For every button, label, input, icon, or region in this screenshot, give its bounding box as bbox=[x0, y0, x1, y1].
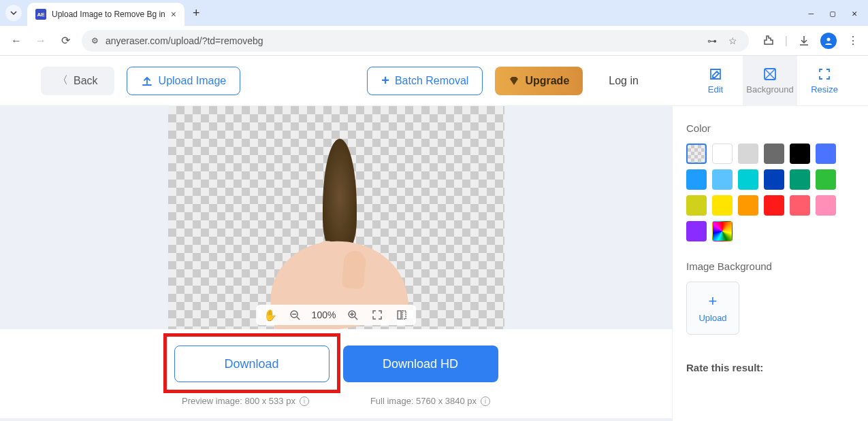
info-icon[interactable]: i bbox=[481, 397, 490, 406]
upgrade-label: Upgrade bbox=[525, 75, 569, 87]
browser-tab[interactable]: AE Upload Image to Remove Bg in × bbox=[27, 3, 184, 26]
cutout-subject bbox=[268, 139, 404, 329]
resize-icon bbox=[817, 67, 832, 82]
color-heading: Color bbox=[686, 122, 854, 134]
extensions-icon[interactable] bbox=[762, 34, 775, 48]
zoom-out-icon[interactable] bbox=[287, 307, 302, 322]
diamond-icon bbox=[509, 75, 519, 86]
tab-search-dropdown[interactable] bbox=[5, 5, 22, 21]
tab-close-icon[interactable]: × bbox=[171, 9, 176, 20]
color-swatch[interactable] bbox=[712, 169, 733, 190]
window-controls: — ▢ ✕ bbox=[809, 8, 863, 18]
info-icon[interactable]: i bbox=[300, 397, 309, 406]
color-swatch[interactable] bbox=[738, 169, 758, 190]
fullscreen-icon[interactable] bbox=[370, 307, 385, 322]
upload-bg-tile[interactable]: + Upload bbox=[686, 282, 739, 335]
color-swatch[interactable] bbox=[816, 195, 836, 216]
canvas-wrap: ✋ 100% bbox=[168, 106, 504, 329]
profile-avatar-icon[interactable] bbox=[820, 33, 837, 49]
color-swatch[interactable] bbox=[790, 195, 810, 216]
login-link[interactable]: Log in bbox=[609, 75, 639, 87]
color-swatch[interactable] bbox=[790, 169, 810, 190]
close-window-icon[interactable]: ✕ bbox=[852, 8, 857, 18]
main-area: ✋ 100% bbox=[0, 106, 868, 421]
full-size-label: Full image: 5760 x 3840 px i bbox=[370, 396, 490, 406]
tool-edit[interactable]: Edit bbox=[688, 56, 743, 106]
color-swatch[interactable] bbox=[738, 144, 758, 164]
header-tools: Edit Background Resize bbox=[688, 56, 852, 106]
back-label: Back bbox=[74, 75, 98, 87]
plus-icon: + bbox=[381, 73, 389, 88]
tool-resize-label: Resize bbox=[811, 84, 838, 95]
tool-background-label: Background bbox=[746, 84, 793, 95]
back-button[interactable]: 〈 Back bbox=[41, 67, 114, 95]
color-swatch[interactable] bbox=[712, 144, 733, 164]
download-label: Download bbox=[224, 357, 278, 371]
image-canvas[interactable]: ✋ 100% bbox=[168, 106, 504, 329]
batch-removal-button[interactable]: + Batch Removal bbox=[367, 67, 483, 95]
batch-removal-label: Batch Removal bbox=[395, 75, 469, 87]
chrome-menu-icon[interactable]: ⋮ bbox=[846, 34, 860, 48]
svg-point-0 bbox=[827, 37, 831, 41]
nav-reload-icon[interactable]: ⟳ bbox=[57, 33, 74, 49]
chevron-left-icon: 〈 bbox=[57, 73, 68, 88]
url-input[interactable]: ⚙ anyeraser.com/upload/?td=removebg ⊶ ☆ bbox=[82, 30, 749, 52]
preview-size-label: Preview image: 800 x 533 px i bbox=[182, 396, 309, 406]
download-row: Download Download HD Preview image: 800 … bbox=[0, 329, 672, 418]
edit-icon bbox=[708, 67, 723, 82]
color-swatch[interactable] bbox=[816, 169, 836, 190]
downloads-icon[interactable] bbox=[797, 34, 811, 48]
color-swatch[interactable] bbox=[738, 195, 758, 216]
browser-tab-strip: AE Upload Image to Remove Bg in × + — ▢ … bbox=[0, 0, 868, 26]
color-swatches bbox=[686, 144, 854, 241]
rate-heading: Rate this result: bbox=[686, 362, 854, 373]
color-swatch[interactable] bbox=[712, 195, 733, 216]
side-panel: Color Image Background + Upload Rate thi… bbox=[672, 106, 868, 421]
tool-background[interactable]: Background bbox=[743, 56, 797, 106]
color-swatch[interactable] bbox=[686, 195, 707, 216]
minimize-icon[interactable]: — bbox=[809, 8, 814, 18]
pan-hand-icon[interactable]: ✋ bbox=[263, 307, 278, 322]
pinecone-shape bbox=[323, 139, 357, 254]
svg-rect-5 bbox=[402, 311, 406, 319]
new-tab-button[interactable]: + bbox=[193, 6, 200, 20]
background-icon bbox=[762, 67, 777, 82]
url-text: anyeraser.com/upload/?td=removebg bbox=[106, 35, 698, 46]
download-hd-label: Download HD bbox=[383, 357, 458, 371]
canvas-toolbar: ✋ 100% bbox=[256, 305, 417, 325]
color-swatch[interactable] bbox=[764, 144, 784, 164]
tool-resize[interactable]: Resize bbox=[797, 56, 852, 106]
upload-image-label: Upload Image bbox=[159, 75, 227, 87]
color-swatch[interactable] bbox=[686, 169, 707, 190]
upload-image-button[interactable]: Upload Image bbox=[127, 67, 241, 95]
tool-edit-label: Edit bbox=[708, 84, 723, 95]
upload-icon bbox=[141, 75, 153, 87]
color-swatch[interactable] bbox=[712, 221, 733, 241]
color-swatch[interactable] bbox=[790, 144, 810, 164]
download-hd-button[interactable]: Download HD bbox=[343, 346, 498, 382]
key-icon[interactable]: ⊶ bbox=[705, 34, 719, 48]
app-header: 〈 Back Upload Image + Batch Removal Upgr… bbox=[0, 56, 868, 106]
color-swatch[interactable] bbox=[764, 195, 784, 216]
tab-title: Upload Image to Remove Bg in bbox=[52, 10, 165, 19]
zoom-level: 100% bbox=[312, 309, 336, 320]
nav-forward-icon: → bbox=[33, 33, 49, 49]
canvas-column: ✋ 100% bbox=[0, 106, 672, 421]
compare-icon[interactable] bbox=[394, 307, 409, 322]
plus-icon: + bbox=[709, 294, 718, 309]
color-swatch[interactable] bbox=[816, 144, 836, 164]
svg-rect-4 bbox=[398, 311, 401, 319]
nav-back-icon[interactable]: ← bbox=[8, 33, 25, 49]
color-swatch[interactable] bbox=[686, 144, 707, 164]
color-swatch[interactable] bbox=[686, 221, 707, 241]
maximize-icon[interactable]: ▢ bbox=[830, 8, 835, 18]
site-info-icon[interactable]: ⚙ bbox=[91, 36, 99, 46]
color-swatch[interactable] bbox=[764, 169, 784, 190]
bookmark-star-icon[interactable]: ☆ bbox=[726, 34, 739, 48]
finger-shape bbox=[341, 250, 366, 290]
upgrade-button[interactable]: Upgrade bbox=[495, 67, 583, 95]
tab-favicon: AE bbox=[35, 9, 46, 20]
zoom-in-icon[interactable] bbox=[345, 307, 360, 322]
download-button[interactable]: Download bbox=[174, 346, 329, 382]
image-bg-heading: Image Background bbox=[686, 260, 854, 272]
